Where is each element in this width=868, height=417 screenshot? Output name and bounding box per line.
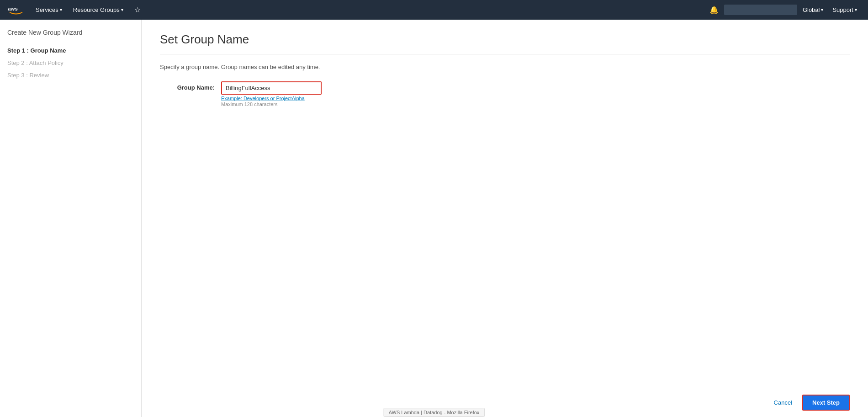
services-chevron-icon: ▾ [60,7,62,12]
step1-name: Group Name [31,47,66,54]
input-example-text: Example: Developers or ProjectAlpha [221,96,322,101]
top-navigation: aws Services ▾ Resource Groups ▾ ☆ 🔔 Glo… [0,0,868,20]
region-selector[interactable]: Global ▾ [799,5,827,15]
region-chevron-icon: ▾ [821,7,823,12]
next-step-button[interactable]: Next Step [802,395,850,411]
step1-prefix: Step 1 : [7,47,31,54]
services-label: Services [36,6,58,13]
sidebar-step-2[interactable]: Step 2 : Attach Policy [7,57,134,69]
step2-label: Step 2 : Attach Policy [7,59,64,66]
sidebar-step-1[interactable]: Step 1 : Group Name [7,44,134,57]
search-input[interactable] [724,5,797,15]
resource-groups-chevron-icon: ▾ [121,7,123,12]
group-name-input[interactable] [221,81,322,95]
description: Specify a group name. Group names can be… [160,64,850,70]
input-hint-text: Maximum 128 characters [221,102,322,107]
sidebar-step-3[interactable]: Step 3 : Review [7,69,134,81]
svg-text:aws: aws [8,5,17,11]
main-layout: Create New Group Wizard Step 1 : Group N… [0,20,868,417]
group-name-label: Group Name: [160,81,215,91]
support-chevron-icon: ▾ [855,7,857,12]
step3-label: Step 3 : Review [7,72,49,79]
aws-logo[interactable]: aws [7,5,25,16]
footer: Cancel Next Step [142,388,868,417]
support-menu[interactable]: Support ▾ [829,5,861,15]
resource-groups-label: Resource Groups [73,6,120,13]
page-title: Set Group Name [160,32,850,47]
sidebar: Create New Group Wizard Step 1 : Group N… [0,20,142,417]
browser-bar: AWS Lambda | Datadog - Mozilla Firefox [384,408,485,417]
wizard-title: Create New Group Wizard [7,29,134,36]
services-nav-item[interactable]: Services ▾ [32,5,66,15]
cancel-button[interactable]: Cancel [769,396,797,409]
browser-bar-text: AWS Lambda | Datadog - Mozilla Firefox [389,410,480,415]
support-label: Support [832,6,853,13]
group-name-field-wrap: Example: Developers or ProjectAlpha Maxi… [221,81,322,107]
nav-right: 🔔 Global ▾ Support ▾ [706,4,861,16]
main-content: Set Group Name Specify a group name. Gro… [142,20,868,417]
favorites-star-icon[interactable]: ☆ [131,4,144,16]
region-label: Global [803,6,820,13]
bell-icon[interactable]: 🔔 [706,4,722,16]
group-name-row: Group Name: Example: Developers or Proje… [160,81,850,107]
resource-groups-nav-item[interactable]: Resource Groups ▾ [69,5,127,15]
divider [160,54,850,54]
